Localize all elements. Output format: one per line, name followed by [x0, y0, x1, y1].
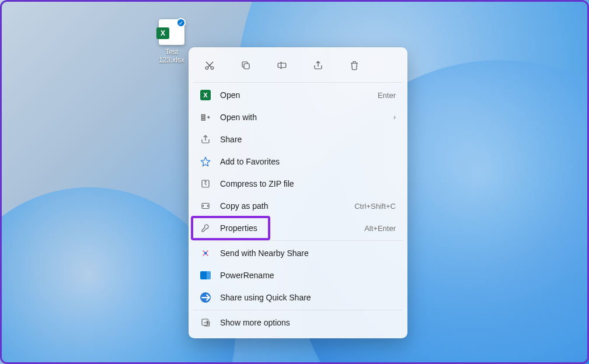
excel-file-icon: X ✓ [159, 19, 184, 45]
menu-item-label: Open [220, 90, 378, 100]
menu-item-label: Copy as path [220, 201, 354, 211]
menu-item-shortcut: Enter [378, 91, 396, 100]
menu-item-open-with[interactable]: Open with› [193, 106, 403, 128]
more-icon [200, 317, 211, 328]
svg-rect-4 [201, 115, 205, 116]
menu-item-label: Send with Nearby Share [220, 249, 396, 258]
properties-icon [200, 223, 211, 233]
menu-item-label: Compress to ZIP file [220, 179, 396, 188]
rename-button[interactable] [271, 55, 292, 75]
divider [193, 310, 403, 310]
cut-button[interactable] [199, 55, 220, 75]
share-button[interactable] [308, 55, 329, 75]
powerrename-icon [200, 270, 211, 281]
share-icon [200, 134, 211, 145]
menu-item-label: Share [220, 135, 396, 144]
file-label: Test 123.xlsx [151, 47, 193, 65]
svg-rect-6 [201, 119, 205, 120]
menu-item-send-with-nearby-share[interactable]: Send with Nearby Share [193, 242, 403, 264]
menu-item-powerrename[interactable]: PowerRename [193, 264, 403, 286]
svg-point-0 [205, 66, 208, 69]
copy-button[interactable] [235, 55, 256, 75]
menu-item-shortcut: Ctrl+Shift+C [354, 202, 396, 211]
excel-badge: X [156, 27, 169, 39]
menu-item-shortcut: Alt+Enter [364, 224, 396, 233]
context-menu: XOpenEnterOpen with›ShareAdd to Favorite… [189, 47, 407, 338]
copy-path-icon [200, 201, 211, 211]
svg-rect-3 [278, 63, 286, 68]
svg-rect-2 [244, 64, 249, 69]
svg-point-9 [204, 252, 207, 255]
menu-item-copy-as-path[interactable]: Copy as pathCtrl+Shift+C [193, 195, 403, 217]
quick-action-row [193, 52, 403, 81]
menu-item-share-using-quick-share[interactable]: Share using Quick Share [193, 286, 403, 309]
menu-item-label: Share using Quick Share [220, 293, 396, 302]
open-with-icon [200, 112, 211, 123]
nearby-icon [200, 248, 211, 258]
star-icon [200, 156, 211, 167]
menu-item-label: PowerRename [220, 271, 396, 280]
svg-point-1 [211, 66, 214, 69]
divider [193, 240, 403, 241]
desktop-file[interactable]: X ✓ Test 123.xlsx [151, 19, 193, 65]
chevron-right-icon: › [393, 113, 396, 121]
menu-item-show-more-options[interactable]: Show more options [193, 312, 403, 334]
menu-item-open[interactable]: XOpenEnter [193, 84, 403, 106]
excel-icon: X [200, 90, 211, 100]
menu-item-label: Add to Favorites [220, 157, 396, 166]
sync-badge-icon: ✓ [176, 18, 186, 27]
divider [193, 82, 403, 83]
delete-button[interactable] [344, 55, 365, 75]
svg-rect-7 [202, 180, 209, 187]
menu-item-share[interactable]: Share [193, 128, 403, 150]
menu-item-label: Properties [220, 223, 364, 233]
menu-item-label: Show more options [220, 318, 396, 327]
menu-item-label: Open with [220, 113, 393, 122]
zip-icon [200, 178, 211, 189]
menu-item-add-to-favorites[interactable]: Add to Favorites [193, 150, 403, 173]
menu-item-properties[interactable]: PropertiesAlt+Enter [193, 217, 403, 239]
quickshare-icon [200, 292, 211, 303]
menu-item-compress-to-zip-file[interactable]: Compress to ZIP file [193, 173, 403, 195]
svg-rect-5 [201, 117, 205, 118]
